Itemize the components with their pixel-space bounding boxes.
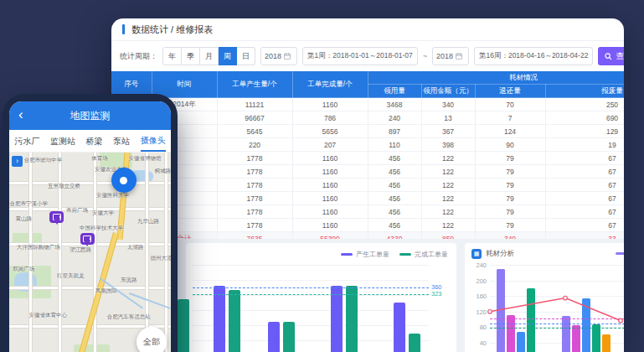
y-axis-tick: 160 — [468, 292, 487, 300]
map-view[interactable]: 合肥市琥珀中学体育场安徽农业大学安徽省博物馆桐城路五里墩立交桥合肥市宁溪小学安徽… — [9, 153, 171, 352]
consumable-chart-card: ▦ 耗材分析 2402001601208040 — [465, 243, 624, 352]
table-row: 6177811604561227967 — [111, 165, 624, 179]
start-year-select[interactable]: 2018 — [260, 47, 297, 65]
cell-value: 1778 — [217, 205, 292, 219]
legend-item[interactable]: 产生工单量 — [341, 250, 389, 259]
col-header-sub-1: 领用量 — [368, 85, 421, 98]
cell-value: 129 — [545, 125, 624, 138]
col-header-consumables-group: 耗材情况 — [368, 71, 624, 85]
cell-value: 1160 — [292, 98, 368, 111]
chart-bar — [331, 286, 343, 352]
col-header-time: 时间 — [152, 71, 217, 98]
cell-value: 122 — [421, 219, 475, 232]
period-option-月[interactable]: 月 — [200, 47, 219, 65]
cell-value: 122 — [421, 205, 475, 219]
map-label: 太湖路 — [127, 244, 144, 251]
cell-value: 1160 — [292, 179, 368, 192]
camera-marker[interactable] — [80, 233, 95, 245]
period-option-季[interactable]: 季 — [182, 47, 200, 65]
cell-value: 79 — [475, 179, 545, 192]
report-panel: 数据统计 / 维修报表 统计周期： 年季月周日 2018 第1周：2018-01… — [111, 18, 624, 352]
search-icon — [605, 53, 612, 60]
camera-icon — [83, 236, 91, 242]
show-all-button[interactable]: 全部 — [137, 327, 167, 352]
map-label: 合肥市宁溪小学 — [9, 200, 48, 208]
phone-tab-摄像头[interactable]: 摄像头 — [141, 131, 166, 152]
search-button[interactable]: 查询 — [598, 47, 624, 65]
camera-marker[interactable] — [49, 211, 64, 223]
table-row: 7177811604561227967 — [111, 179, 624, 192]
workorder-chart-card: 产生工单量完成工单量 360323 — [186, 243, 456, 352]
start-week-input[interactable]: 第1周：2018-01-01～2018-01-07 — [302, 47, 418, 65]
right-chart-plot: 2402001601208040 — [490, 265, 624, 352]
cell-value: 250 — [545, 98, 624, 111]
consumable-chart-title-row: ▦ 耗材分析 — [471, 249, 514, 259]
selected-site-pin[interactable] — [111, 168, 137, 193]
map-road — [93, 153, 97, 352]
chart-bar — [268, 322, 280, 352]
map-label: 德州大道 — [150, 255, 171, 262]
col-header-created: 工单产生量/个 — [217, 71, 292, 98]
start-year-value: 2018 — [265, 52, 281, 60]
map-road — [145, 153, 149, 352]
left-chart-plot: 360323 — [193, 265, 429, 352]
expand-button[interactable]: › — [12, 156, 23, 167]
cell-value: 1160 — [292, 152, 368, 165]
period-option-周[interactable]: 周 — [219, 47, 237, 65]
calendar-icon — [284, 53, 291, 60]
cell-value: 7 — [475, 111, 545, 125]
map-label: 大洋国际购物广场 — [17, 244, 60, 251]
table-row: 9177811604561227967 — [111, 205, 624, 219]
report-table: 序号 时间 工单产生量/个 工单完成量/个 耗材情况 领用量 领用金额（元） 退… — [111, 71, 624, 259]
search-button-label: 查询 — [616, 51, 624, 62]
cell-value: 456 — [368, 165, 421, 179]
phone-tab-监测站[interactable]: 监测站 — [50, 132, 75, 151]
cell-value: 79 — [475, 192, 545, 205]
cell-value: 124 — [475, 125, 545, 138]
pin-center-dot — [120, 177, 127, 184]
cell-value: 456 — [368, 219, 421, 232]
cell-value: 90 — [475, 138, 545, 152]
chart-bar — [409, 334, 420, 352]
reference-line — [193, 287, 429, 288]
cell-value: 456 — [368, 205, 421, 219]
map-label: 黄山路 — [16, 215, 33, 223]
cell-value: 1160 — [292, 165, 368, 179]
map-label: 中国科学技术大学 — [80, 225, 123, 232]
table-row: 5177811604561227967 — [111, 152, 624, 165]
map-road — [164, 153, 168, 352]
chart-bar — [214, 286, 225, 352]
cell-value: 398 — [421, 138, 475, 152]
period-label: 统计周期： — [120, 51, 157, 62]
end-week-input[interactable]: 第16周：2018-04-16～2018-04-22 — [474, 47, 593, 65]
gridline — [193, 280, 429, 281]
col-header-sub-3: 退还量 — [475, 85, 545, 98]
map-label: 凤凰国际 — [95, 287, 117, 295]
y-axis-tick: 240 — [468, 261, 487, 269]
screenshot-stage: 数据统计 / 维修报表 统计周期： 年季月周日 2018 第1周：2018-01… — [0, 0, 644, 352]
phone-title: 地图监测 — [70, 109, 111, 123]
map-label: 桐城路 — [155, 168, 171, 175]
period-option-年[interactable]: 年 — [162, 47, 182, 65]
y-axis-tick: 40 — [468, 339, 487, 347]
chart-bar — [283, 322, 295, 352]
cell-value: 1160 — [292, 219, 368, 232]
back-icon[interactable]: ‹ — [18, 106, 23, 124]
phone-tab-污水厂[interactable]: 污水厂 — [14, 132, 39, 151]
legend-label: 完成工单量 — [415, 250, 448, 259]
reference-line-label: 323 — [431, 290, 442, 298]
chart-bar — [394, 303, 405, 352]
cell-value: 67 — [545, 219, 624, 232]
legend-swatch — [399, 253, 411, 256]
phone-tab-泵站[interactable]: 泵站 — [113, 132, 130, 151]
cell-value: 456 — [368, 152, 421, 165]
cell-value: 96667 — [217, 111, 292, 125]
cell-value: 240 — [368, 111, 421, 125]
map-label: 体育场 — [91, 155, 108, 163]
cell-value: 122 — [421, 192, 475, 205]
period-option-日[interactable]: 日 — [237, 47, 255, 65]
legend-item[interactable]: 完成工单量 — [399, 250, 448, 259]
phone-tab-桥梁[interactable]: 桥梁 — [85, 132, 102, 151]
end-year-select[interactable]: 2018 — [432, 47, 469, 65]
table-row: 356455656897367124129 — [111, 125, 624, 138]
